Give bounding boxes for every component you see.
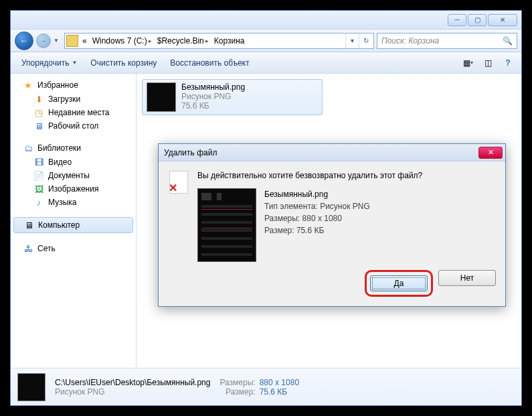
highlight-annotation: Да (365, 270, 433, 297)
view-options-button[interactable]: ▦▾ (458, 55, 477, 71)
yes-button[interactable]: Да (370, 275, 428, 291)
chevron-right-icon: ▸ (205, 38, 209, 44)
dialog-question: Вы действительно хотите безвозвратно уда… (197, 171, 495, 180)
status-path: C:\Users\IEUser\Desktop\Безымянный.png (55, 378, 210, 387)
crumb-drive[interactable]: Windows 7 (C:)▸ (90, 33, 155, 48)
preview-icon: ◫ (484, 58, 492, 68)
restore-item-button[interactable]: Восстановить объект (163, 56, 256, 70)
dialog-title: Удалить файл (164, 148, 217, 157)
search-icon: 🔍 (503, 36, 513, 46)
help-button[interactable]: ? (499, 55, 517, 71)
pictures-icon: 🖼 (33, 184, 44, 194)
libraries-icon: 🗂 (23, 143, 33, 153)
forward-button[interactable]: → (36, 33, 51, 48)
help-icon: ? (505, 58, 510, 68)
music-icon: ♪ (33, 197, 44, 208)
search-input[interactable]: Поиск: Корзина 🔍 (377, 33, 517, 49)
organize-button[interactable]: Упорядочить ▼ (15, 56, 84, 70)
navigation-pane: ★ Избранное ⬇ Загрузки ◳ Недавние места … (11, 74, 137, 368)
sidebar-favorites[interactable]: ★ Избранное (11, 78, 136, 92)
close-window-button[interactable]: ✕ (488, 14, 517, 26)
dialog-file-thumbnail (197, 188, 256, 262)
status-thumbnail (17, 373, 46, 401)
details-pane: C:\Users\IEUser\Desktop\Безымянный.png Р… (11, 368, 521, 405)
arrow-right-icon: → (40, 37, 47, 44)
chevron-down-icon: ▾ (470, 60, 473, 66)
dialog-close-button[interactable]: ✕ (478, 147, 503, 159)
sidebar-item-music[interactable]: ♪ Музыка (11, 196, 136, 209)
titlebar: ─ ▢ ✕ (11, 11, 521, 29)
computer-icon: 🖥 (23, 220, 34, 230)
file-thumbnail (147, 82, 176, 112)
file-type: Рисунок PNG (181, 92, 245, 101)
crumb-recyclebin[interactable]: $Recycle.Bin▸ (155, 33, 211, 48)
arrow-left-icon: ← (20, 36, 28, 46)
network-icon: 🖧 (23, 243, 33, 254)
maximize-button[interactable]: ▢ (468, 14, 486, 26)
crumb-back[interactable]: « (80, 33, 90, 48)
view-icon: ▦ (463, 58, 470, 68)
chevron-right-icon: ▸ (149, 38, 152, 44)
status-dims-label: Размеры: (219, 378, 255, 387)
delete-dialog: Удалить файл ✕ Вы действительно хотите б… (158, 143, 506, 307)
dialog-file-type: Тип элемента: Рисунок PNG (264, 200, 370, 212)
dialog-titlebar[interactable]: Удалить файл ✕ (159, 144, 505, 161)
back-button[interactable]: ← (15, 31, 33, 50)
crumb-current[interactable]: Корзина (211, 33, 248, 48)
sidebar-network[interactable]: 🖧 Сеть (11, 241, 136, 256)
dialog-file-dimensions: Размеры: 880 x 1080 (264, 212, 370, 224)
sidebar-libraries[interactable]: 🗂 Библиотеки (11, 141, 136, 155)
star-icon: ★ (23, 80, 33, 90)
sidebar-item-documents[interactable]: 📄 Документы (11, 169, 136, 182)
video-icon: 🎞 (33, 157, 44, 167)
command-bar: Упорядочить ▼ Очистить корзину Восстанов… (11, 52, 521, 74)
dialog-filename: Безымянный.png (264, 188, 370, 200)
delete-file-icon (169, 171, 188, 194)
file-item[interactable]: Безымянный.png Рисунок PNG 75.6 КБ (142, 79, 323, 115)
documents-icon: 📄 (33, 170, 44, 181)
desktop-icon: 🖥 (33, 121, 44, 131)
sidebar-item-recent[interactable]: ◳ Недавние места (11, 106, 136, 119)
explorer-window: ─ ▢ ✕ ← → ▼ « Windows 7 (C:)▸ $Recycle.B… (10, 10, 522, 406)
address-dropdown[interactable]: ▾ (345, 33, 359, 48)
no-button[interactable]: Нет (438, 270, 496, 286)
sidebar-item-downloads[interactable]: ⬇ Загрузки (11, 92, 136, 106)
status-size-label: Размер: (219, 387, 255, 397)
sidebar-item-pictures[interactable]: 🖼 Изображения (11, 182, 136, 196)
status-dims-value: 880 x 1080 (260, 378, 299, 387)
address-bar[interactable]: « Windows 7 (C:)▸ $Recycle.Bin▸ Корзина … (64, 33, 374, 49)
empty-recycle-button[interactable]: Очистить корзину (84, 56, 163, 70)
file-size: 75.6 КБ (181, 101, 245, 111)
chevron-down-icon: ▼ (72, 60, 77, 66)
close-icon: ✕ (488, 148, 494, 157)
recent-icon: ◳ (33, 107, 44, 118)
minimize-button[interactable]: ─ (448, 14, 466, 26)
downloads-icon: ⬇ (33, 94, 44, 105)
sidebar-item-desktop[interactable]: 🖥 Рабочий стол (11, 119, 136, 133)
status-type: Рисунок PNG (55, 387, 210, 397)
dialog-file-size: Размер: 75.6 КБ (264, 224, 370, 236)
folder-icon (66, 35, 78, 47)
search-placeholder: Поиск: Корзина (381, 36, 439, 46)
sidebar-item-videos[interactable]: 🎞 Видео (11, 155, 136, 169)
refresh-button[interactable]: ↻ (359, 33, 372, 48)
sidebar-computer[interactable]: 🖥 Компьютер (13, 217, 133, 233)
file-name: Безымянный.png (181, 82, 245, 92)
preview-pane-button[interactable]: ◫ (478, 55, 497, 71)
history-dropdown[interactable]: ▼ (54, 38, 62, 44)
status-size-value: 75.6 КБ (260, 387, 299, 397)
nav-bar: ← → ▼ « Windows 7 (C:)▸ $Recycle.Bin▸ Ко… (11, 29, 521, 52)
